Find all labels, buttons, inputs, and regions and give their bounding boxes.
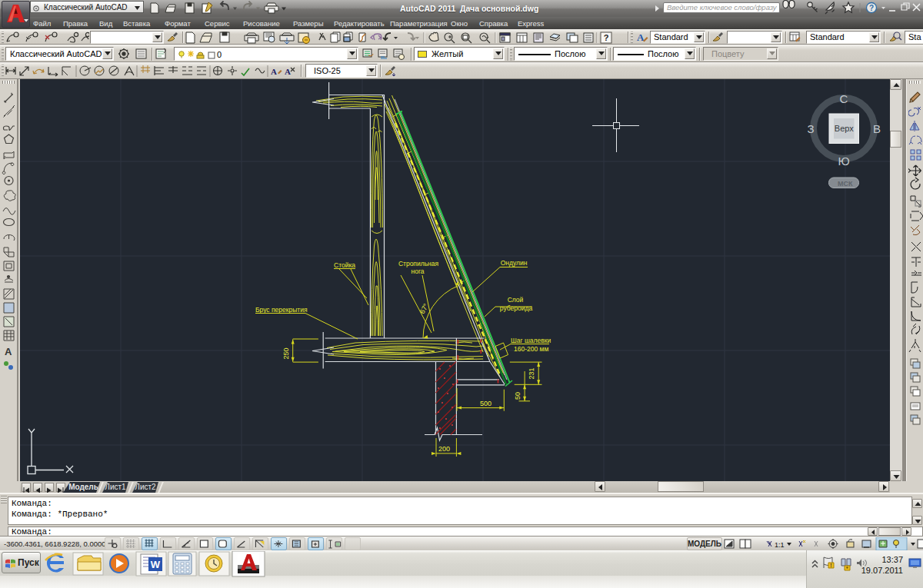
svg-text:З: З <box>807 122 814 135</box>
svg-text:?: ? <box>869 4 874 12</box>
svg-text:231: 231 <box>528 367 535 379</box>
svg-text:Ондулин: Ондулин <box>501 259 528 267</box>
svg-text:500: 500 <box>480 400 491 407</box>
svg-text:?: ? <box>604 33 609 42</box>
svg-text:1:1: 1:1 <box>775 541 785 549</box>
svg-text:нога: нога <box>411 267 424 275</box>
svg-text:160-200 мм: 160-200 мм <box>514 345 548 353</box>
svg-text:Стойка: Стойка <box>334 261 355 269</box>
svg-text:Слой: Слой <box>508 296 524 304</box>
svg-text:A: A <box>637 32 645 43</box>
svg-text:Стропильная: Стропильная <box>398 260 439 267</box>
svg-text:A: A <box>5 346 12 357</box>
svg-text:A: A <box>271 67 277 76</box>
svg-text:250: 250 <box>282 347 290 359</box>
svg-text:50: 50 <box>514 392 521 400</box>
svg-text:Верх: Верх <box>835 124 854 133</box>
svg-text:A: A <box>285 67 291 76</box>
svg-text:В: В <box>873 122 881 135</box>
svg-text:Брус перекрытия: Брус перекрытия <box>255 306 308 314</box>
svg-text:рубероида: рубероида <box>500 304 533 312</box>
svg-text:!: ! <box>830 563 831 568</box>
svg-text:Ю: Ю <box>838 154 849 168</box>
svg-text:Шаг шалевки: Шаг шалевки <box>511 337 551 344</box>
svg-text:200: 200 <box>438 445 450 453</box>
svg-text:W: W <box>151 559 161 570</box>
svg-text:МСК: МСК <box>838 180 853 188</box>
svg-text:С: С <box>840 92 848 105</box>
